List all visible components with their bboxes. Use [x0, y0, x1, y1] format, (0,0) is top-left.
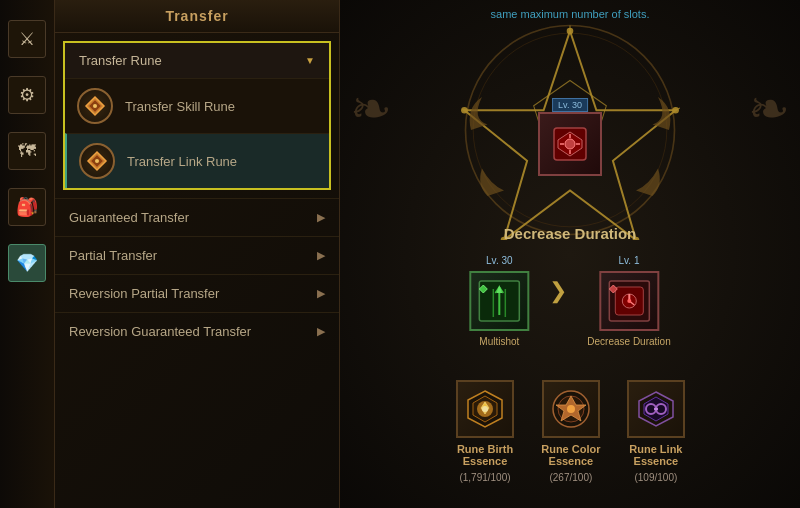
skill-rune-label: Transfer Skill Rune [125, 99, 235, 114]
svg-point-12 [567, 28, 574, 35]
scrollwork-left-decoration: ❧ [350, 80, 392, 138]
sidebar: ⚔ ⚙ 🗺 🎒 💎 [0, 0, 55, 508]
menu-item-reversion-guaranteed[interactable]: Reversion Guaranteed Transfer ▶ [55, 312, 339, 350]
rune-birth-count: (1,791/100) [459, 472, 510, 483]
transfer-rune-label: Transfer Rune [79, 53, 162, 68]
center-rune-box [538, 112, 602, 176]
guaranteed-label: Guaranteed Transfer [69, 210, 189, 225]
link-rune-label: Transfer Link Rune [127, 154, 237, 169]
svg-point-54 [654, 407, 658, 411]
transfer-rune-header[interactable]: Transfer Rune ▼ [65, 43, 329, 78]
svg-point-13 [672, 107, 679, 114]
resource-rune-link: Rune Link Essence (109/100) [627, 380, 685, 483]
sidebar-icon-map[interactable]: 🗺 [8, 132, 46, 170]
center-rune-level-badge: Lv. 30 [552, 98, 588, 112]
sidebar-icon-gear[interactable]: ⚙ [8, 76, 46, 114]
sidebar-icon-sword[interactable]: ⚔ [8, 20, 46, 58]
reversion-guaranteed-label: Reversion Guaranteed Transfer [69, 324, 251, 339]
menu-item-reversion-partial[interactable]: Reversion Partial Transfer ▶ [55, 274, 339, 312]
svg-point-37 [627, 299, 631, 303]
reversion-guaranteed-chevron: ▶ [317, 325, 325, 338]
transfer-rune-section: Transfer Rune ▼ Transfer Skill Rune [63, 41, 331, 190]
reversion-partial-label: Reversion Partial Transfer [69, 286, 219, 301]
menu-panel: Transfer Transfer Rune ▼ Transfer Skill [55, 0, 340, 508]
to-skill-label: Decrease Duration [587, 336, 670, 347]
rune-link-icon [627, 380, 685, 438]
to-skill-level: Lv. 1 [619, 255, 640, 266]
svg-point-47 [567, 405, 575, 413]
rune-link-label: Rune Link Essence [627, 443, 685, 467]
top-text: same maximum number of slots. [340, 8, 800, 20]
partial-chevron: ▶ [317, 249, 325, 262]
transfer-rune-arrow: ▼ [305, 55, 315, 66]
center-skill-name: Decrease Duration [504, 225, 637, 242]
from-skill-box [469, 271, 529, 331]
rune-birth-icon [456, 380, 514, 438]
scrollwork-right-decoration: ❧ [748, 80, 790, 138]
sidebar-icon-bag[interactable]: 🎒 [8, 188, 46, 226]
svg-point-2 [93, 104, 97, 108]
menu-title: Transfer [55, 0, 339, 33]
sidebar-icon-gem[interactable]: 💎 [8, 244, 46, 282]
resources-row: Rune Birth Essence (1,791/100) Rune Colo… [455, 380, 685, 483]
link-rune-icon [79, 143, 115, 179]
menu-sub-item-skill-rune[interactable]: Transfer Skill Rune [65, 78, 329, 133]
to-skill-item: Lv. 1 Decrease Duration [587, 255, 670, 347]
rune-birth-label: Rune Birth Essence [455, 443, 515, 467]
menu-item-partial[interactable]: Partial Transfer ▶ [55, 236, 339, 274]
rune-color-count: (267/100) [549, 472, 592, 483]
resource-rune-color: Rune Color Essence (267/100) [540, 380, 602, 483]
content-panel: same maximum number of slots. ❧ ❧ [340, 0, 800, 508]
svg-point-16 [461, 107, 468, 114]
reversion-partial-chevron: ▶ [317, 287, 325, 300]
from-skill-label: Multishot [479, 336, 519, 347]
transfer-arrow: ❯ [549, 278, 567, 304]
rune-color-icon [542, 380, 600, 438]
resource-rune-birth: Rune Birth Essence (1,791/100) [455, 380, 515, 483]
skill-rune-icon [77, 88, 113, 124]
menu-sub-item-link-rune[interactable]: Transfer Link Rune [65, 133, 329, 188]
rune-color-label: Rune Color Essence [540, 443, 602, 467]
svg-point-43 [482, 406, 488, 412]
rune-link-count: (109/100) [634, 472, 677, 483]
to-skill-box [599, 271, 659, 331]
from-skill-item: Lv. 30 Multishot [469, 255, 529, 347]
from-skill-level: Lv. 30 [486, 255, 513, 266]
menu-item-guaranteed[interactable]: Guaranteed Transfer ▶ [55, 198, 339, 236]
svg-point-5 [95, 159, 99, 163]
guaranteed-chevron: ▶ [317, 211, 325, 224]
main-container: ⚔ ⚙ 🗺 🎒 💎 Transfer Transfer Rune ▼ [0, 0, 800, 508]
menu-sub-items: Transfer Skill Rune Transfer Link Rune [65, 78, 329, 188]
skills-row: Lv. 30 Multishot [469, 255, 670, 347]
svg-point-19 [565, 139, 575, 149]
partial-label: Partial Transfer [69, 248, 157, 263]
